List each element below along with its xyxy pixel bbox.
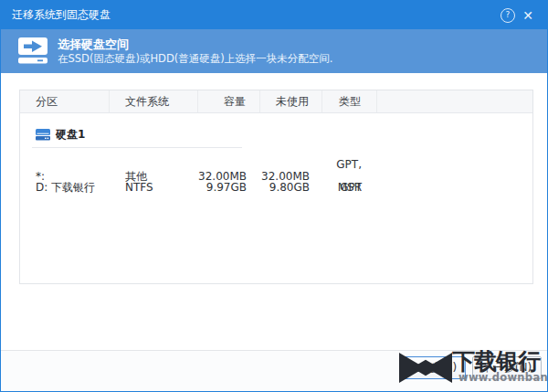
- next-button[interactable]: 下一步(N): [472, 356, 542, 379]
- help-icon[interactable]: ?: [501, 8, 515, 23]
- migrate-system-dialog: 迁移系统到固态硬盘 ? ✕ 选择硬盘空间 在SSD(固态硬盘)或HDD(普通硬盘…: [0, 0, 548, 392]
- step-title: 选择硬盘空间: [58, 37, 332, 52]
- cell-partition: D: 下载银行: [20, 176, 110, 199]
- table-row[interactable]: *: 其他 32.00MB 32.00MB GPT, MSR: [20, 154, 532, 176]
- table-header: 分区 文件系统 容量 未使用 类型: [20, 90, 532, 113]
- disk-group-row[interactable]: 硬盘1: [20, 122, 532, 147]
- col-filesystem: 文件系统: [110, 90, 198, 112]
- header-text: 选择硬盘空间 在SSD(固态硬盘)或HDD(普通硬盘)上选择一块未分配空间.: [58, 37, 332, 66]
- col-filler: [377, 90, 532, 112]
- close-button[interactable]: ✕: [518, 5, 538, 26]
- help-button[interactable]: ?: [498, 5, 518, 26]
- col-capacity: 容量: [198, 90, 260, 112]
- wizard-step-header: 选择硬盘空间 在SSD(固态硬盘)或HDD(普通硬盘)上选择一块未分配空间.: [1, 29, 547, 73]
- col-partition: 分区: [20, 90, 110, 112]
- partition-table: 分区 文件系统 容量 未使用 类型 硬盘1 *:: [19, 90, 533, 284]
- title-bar: 迁移系统到固态硬盘 ? ✕: [1, 1, 547, 29]
- disk-group-label: 硬盘1: [56, 127, 85, 143]
- window-title: 迁移系统到固态硬盘: [12, 7, 498, 23]
- back-button[interactable]: 上一步(B): [399, 356, 466, 379]
- col-type: 类型: [322, 90, 377, 112]
- col-unused: 未使用: [260, 90, 322, 112]
- cell-capacity: 9.97GB: [198, 176, 260, 199]
- cell-unused: 9.80GB: [260, 176, 322, 199]
- table-body: 硬盘1 *: 其他 32.00MB 32.00MB GPT, MSR D: 下载…: [20, 122, 532, 199]
- disk-icon: [36, 129, 50, 141]
- step-subtitle: 在SSD(固态硬盘)或HDD(普通硬盘)上选择一块未分配空间.: [58, 52, 332, 66]
- cell-type: GPT: [322, 176, 377, 199]
- group-separator: [32, 147, 242, 148]
- close-icon[interactable]: ✕: [522, 9, 533, 22]
- table-row[interactable]: D: 下载银行 NTFS 9.97GB 9.80GB GPT: [20, 176, 532, 199]
- cell-filesystem: NTFS: [110, 176, 198, 199]
- drive-migrate-icon: [17, 37, 48, 65]
